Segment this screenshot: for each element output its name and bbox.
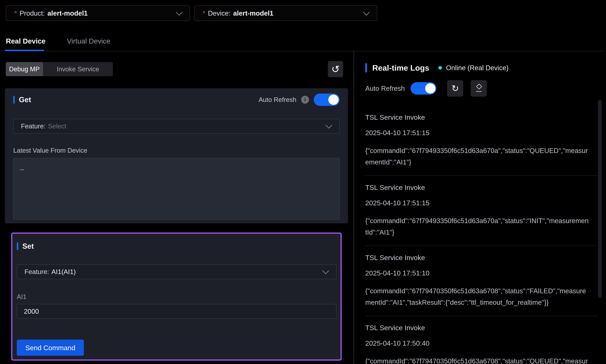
segment-debug-mp[interactable]: Debug MP	[6, 62, 43, 76]
reset-button[interactable]: ↺	[328, 61, 343, 77]
product-select-value: alert-model1	[47, 9, 88, 17]
chevron-down-icon	[176, 9, 182, 15]
device-select-label: Device:	[208, 9, 230, 17]
logs-auto-refresh-toggle[interactable]	[411, 82, 436, 95]
param-label: AI1	[17, 293, 337, 300]
log-timestamp: 2025-04-10 17:51:10	[365, 269, 601, 277]
param-value-input[interactable]	[17, 304, 337, 319]
log-json: mentId":"AI1","taskResult":{"desc":"ttl_…	[365, 297, 601, 308]
get-feature-select[interactable]: Feature: Select	[13, 119, 340, 133]
get-auto-refresh-group: Auto Refresh i	[258, 93, 340, 106]
realtime-logs-controls: Auto Refresh ↻	[365, 80, 487, 97]
log-timestamp: 2025-04-10 17:50:40	[365, 339, 601, 347]
auto-refresh-label: Auto Refresh	[365, 84, 405, 92]
logs-scrollbar[interactable]	[598, 100, 602, 298]
refresh-icon: ↻	[451, 83, 459, 93]
chevron-down-icon	[363, 9, 370, 15]
device-select[interactable]: * Device: alert-model1	[194, 5, 377, 21]
product-select[interactable]: * Product: alert-model1	[6, 5, 190, 21]
clear-logs-button[interactable]	[471, 80, 487, 97]
log-entry: TSL Service Invoke 2025-04-10 17:50:40 {…	[365, 324, 601, 364]
product-select-label: Product:	[20, 9, 45, 17]
section-accent-bar	[365, 63, 367, 72]
log-title: TSL Service Invoke	[365, 183, 601, 192]
log-json: tId":"AI1"}	[365, 226, 601, 238]
log-json: {"commandId":"67f79470350f6c51d63a6708",…	[365, 355, 601, 364]
online-status-dot	[438, 66, 442, 70]
chevron-down-icon	[325, 122, 332, 129]
refresh-logs-button[interactable]: ↻	[447, 80, 463, 97]
log-title: TSL Service Invoke	[365, 113, 601, 121]
tab-virtual-device[interactable]: Virtual Device	[67, 37, 110, 45]
log-json: ementId":"AI1"}	[365, 156, 601, 168]
log-entry: TSL Service Invoke 2025-04-10 17:51:10 {…	[365, 254, 601, 308]
log-timestamp: 2025-04-10 17:51:15	[365, 129, 601, 137]
feature-label: Feature:	[25, 268, 49, 276]
log-entry: TSL Service Invoke 2025-04-10 17:51:15 {…	[365, 113, 601, 168]
feature-placeholder: Select	[48, 122, 66, 130]
latest-value-label: Latest Value From Device	[13, 147, 340, 154]
tab-real-device[interactable]: Real Device	[6, 37, 46, 45]
set-feature-select[interactable]: Feature: AI1(AI1)	[17, 264, 337, 279]
log-separator	[365, 246, 598, 246]
section-accent-bar	[17, 242, 18, 250]
info-icon[interactable]: i	[301, 96, 309, 104]
log-list: TSL Service Invoke 2025-04-10 17:51:15 {…	[365, 113, 601, 364]
log-separator	[365, 316, 598, 316]
chevron-down-icon	[322, 268, 329, 274]
set-title: Set	[22, 242, 34, 250]
log-title: TSL Service Invoke	[365, 254, 601, 262]
feature-label: Feature:	[21, 122, 46, 130]
reset-icon: ↺	[331, 63, 340, 75]
send-command-button[interactable]: Send Command	[17, 339, 84, 356]
device-debug-page: * Product: alert-model1 * Device: alert-…	[0, 0, 606, 364]
log-entry: TSL Service Invoke 2025-04-10 17:51:15 {…	[365, 183, 601, 238]
required-asterisk: *	[203, 9, 205, 17]
device-select-value: alert-model1	[233, 9, 273, 17]
active-tab-indicator	[5, 50, 44, 51]
online-status-text: Online (Real Device)	[446, 64, 508, 72]
tabs-divider	[5, 51, 603, 51]
latest-value-box: --	[13, 158, 340, 220]
eraser-icon	[474, 84, 483, 93]
log-json: {"commandId":"67f79493350f6c51d63a670a",…	[365, 215, 601, 226]
log-json: {"commandId":"67f79493350f6c51d63a670a",…	[365, 145, 601, 156]
required-asterisk: *	[14, 9, 17, 17]
realtime-logs-title: Real-time Logs	[372, 63, 429, 72]
feature-value: AI1(AI1)	[52, 268, 76, 276]
auto-refresh-label: Auto Refresh	[258, 96, 296, 104]
get-auto-refresh-toggle[interactable]	[314, 93, 340, 106]
get-card-header: Get Auto Refresh i	[13, 93, 340, 106]
realtime-logs-header: Real-time Logs Online (Real Device)	[365, 63, 508, 72]
log-separator	[365, 175, 598, 176]
get-card: Get Auto Refresh i Feature: Select Lates…	[5, 88, 348, 223]
segment-invoke-service[interactable]: Invoke Service	[43, 62, 113, 76]
get-title: Get	[19, 95, 31, 104]
set-card-highlighted: Set Feature: AI1(AI1) AI1 Send Command	[11, 233, 342, 361]
log-timestamp: 2025-04-10 17:51:15	[365, 199, 601, 207]
section-accent-bar	[13, 96, 15, 104]
panel-divider	[353, 51, 354, 364]
log-title: TSL Service Invoke	[365, 324, 601, 332]
log-json: {"commandId":"67f79470350f6c51d63a6708",…	[365, 285, 601, 297]
mode-segmented-control: Debug MP Invoke Service	[6, 62, 113, 76]
set-card-header: Set	[17, 242, 337, 250]
device-type-tabs: Real Device Virtual Device	[6, 37, 110, 45]
